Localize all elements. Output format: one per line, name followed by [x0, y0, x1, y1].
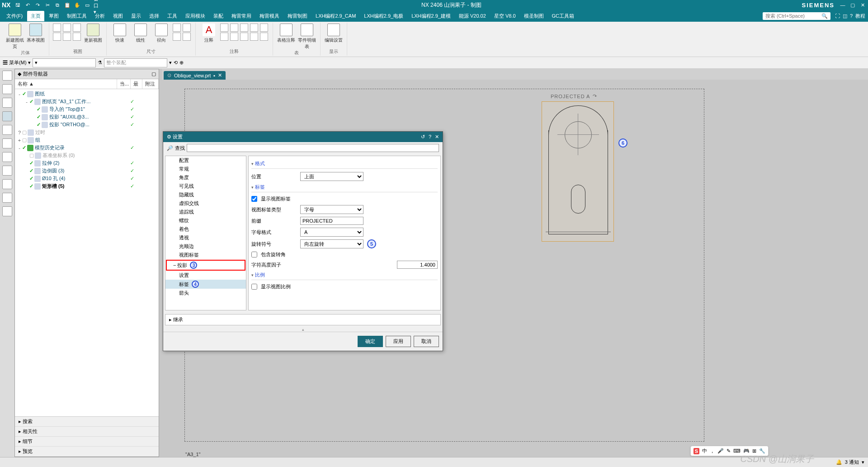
panel-details[interactable]: ▸ 细节 [15, 437, 159, 447]
view-icon[interactable] [63, 33, 71, 41]
maximize-icon[interactable]: ▢ [849, 1, 856, 9]
new-sheet-button[interactable]: 新建图纸页 [5, 24, 24, 50]
touch-icon[interactable]: ✋ [74, 1, 81, 9]
dialog-tree-item[interactable]: 常规 [165, 165, 246, 173]
redo-icon[interactable]: ↷ [34, 1, 41, 9]
include-angle-checkbox[interactable] [251, 252, 257, 257]
status-dropdown-icon[interactable]: ▾ [862, 459, 864, 465]
layers-icon[interactable]: ◫ [843, 13, 847, 19]
tree-row[interactable]: ▢基准坐标系 (0) [16, 152, 158, 159]
note-button[interactable]: A注释 [199, 24, 218, 43]
label-type-select[interactable]: 字母 [300, 205, 363, 214]
tree-row[interactable]: ✓投影 "ORTHO@...✓ [16, 121, 158, 129]
close-icon[interactable]: ✕ [859, 1, 866, 9]
notification-text[interactable]: 3 通知 [845, 459, 859, 466]
ann-icon[interactable] [240, 33, 248, 41]
dim-icon[interactable] [183, 24, 191, 32]
tree-row[interactable]: ✓拉伸 (2)✓ [16, 159, 158, 167]
view-icon[interactable] [63, 24, 71, 32]
tree-row[interactable]: -✓图纸 [16, 90, 158, 98]
prefix-input[interactable] [300, 217, 363, 225]
rail-browser-icon[interactable] [2, 152, 12, 162]
command-search[interactable]: 🔍 [763, 12, 830, 20]
rail-reuse-icon[interactable] [2, 125, 12, 135]
position-select[interactable]: 上面 [300, 172, 363, 181]
tree-row[interactable]: ?▢过时 [16, 129, 158, 136]
sel-icon[interactable]: ⟲ [174, 60, 178, 66]
menu-lxh-elec[interactable]: LXH编程2.9_电极 [360, 11, 407, 21]
cut-icon[interactable]: ✂ [44, 1, 51, 9]
view-icon[interactable] [73, 24, 81, 32]
ann-icon[interactable] [250, 33, 258, 41]
rotation-symbol-select[interactable]: 向左旋转 [300, 239, 363, 248]
copy-icon[interactable]: ⧉ [54, 1, 61, 9]
dialog-search-input[interactable] [187, 144, 439, 152]
parts-list-button[interactable]: 零件明细表 [297, 24, 316, 50]
undo-icon[interactable]: ↶ [24, 1, 31, 9]
dialog-tree-item[interactable]: 角度 [165, 173, 246, 182]
height-factor-input[interactable] [397, 261, 438, 269]
dialog-nav-tree[interactable]: 配置常规角度可见线隐藏线虚拟交线追踪线螺纹着色透视光顺边视图标签− 投影3设置标… [165, 156, 246, 310]
view-icon[interactable] [53, 24, 61, 32]
help-icon[interactable]: ? [850, 13, 853, 19]
menu-meilei-common[interactable]: 梅雷常用 [228, 11, 255, 21]
rail-tool-icon[interactable] [2, 193, 12, 203]
dialog-close-icon[interactable]: ✕ [435, 134, 439, 140]
menu-home[interactable]: 主页 [27, 11, 44, 21]
dialog-tree-item[interactable]: 隐藏线 [165, 191, 246, 199]
panel-dependency[interactable]: ▸ 相关性 [15, 427, 159, 437]
dialog-tree-item[interactable]: 标签4 [165, 280, 246, 289]
window-icon[interactable]: ▭ [84, 1, 91, 9]
panel-preview[interactable]: ▸ 预览 [15, 447, 159, 457]
section-scale[interactable]: 比例 [251, 270, 438, 280]
ime-mode[interactable]: 中 [702, 448, 707, 454]
menu-gc[interactable]: GC工具箱 [548, 11, 578, 21]
menu-meilei-mold[interactable]: 梅雷模具 [256, 11, 283, 21]
dialog-tree-item[interactable]: 着色 [165, 225, 246, 234]
rail-settings-icon[interactable] [2, 71, 12, 81]
navigator-close-icon[interactable]: ▢ [151, 71, 156, 77]
dim-icon[interactable] [173, 33, 181, 41]
dim-icon[interactable] [173, 24, 181, 32]
help-icon[interactable]: ? [429, 134, 431, 140]
cancel-button[interactable]: 取消 [414, 336, 439, 347]
dialog-tree-item[interactable]: 箭头 [165, 289, 246, 297]
dialog-tree-item[interactable]: 追踪线 [165, 208, 246, 216]
dialog-tree-item[interactable]: 视图标签 [165, 251, 246, 259]
projected-view[interactable] [542, 101, 614, 242]
menu-select[interactable]: 选择 [146, 11, 163, 21]
dialog-tree-item[interactable]: 设置 [165, 271, 246, 280]
window-dropdown[interactable]: 窗口▾ [94, 1, 101, 9]
save-icon[interactable]: 🖫 [14, 1, 21, 9]
ann-icon[interactable] [240, 24, 248, 32]
ok-button[interactable]: 确定 [358, 336, 383, 347]
filter-icon[interactable]: ⚗ [98, 60, 102, 66]
dialog-title-bar[interactable]: ⚙ 设置 ↺ ? ✕ [163, 132, 443, 142]
dim-icon[interactable] [183, 33, 191, 41]
navigator-tree[interactable]: -✓图纸-✓图纸页 "A3_1" (工作...✓✓导入的 "Top@1"✓✓投影… [15, 89, 159, 416]
type-filter[interactable]: ▾ [33, 58, 96, 67]
rail-constraint-icon[interactable] [2, 98, 12, 108]
tree-row[interactable]: ✓Ø10 孔 (4)✓ [16, 175, 158, 182]
tree-row[interactable]: ✓导入的 "Top@1"✓ [16, 105, 158, 113]
tree-row[interactable]: +▢组 [16, 136, 158, 144]
notification-icon[interactable]: 🔔 [836, 459, 842, 465]
base-view-button[interactable]: 基本视图 [26, 24, 45, 43]
tab-close-icon[interactable]: ✕ [218, 72, 222, 78]
table-note-button[interactable]: 表格注释 [277, 24, 296, 43]
update-view-button[interactable]: 更新视图 [84, 24, 103, 43]
menu-mosheng[interactable]: 模圣制图 [520, 11, 547, 21]
apply-button[interactable]: 应用 [386, 336, 411, 347]
menu-analysis[interactable]: 分析 [91, 11, 108, 21]
linear-dim-button[interactable]: 线性 [131, 24, 150, 43]
dialog-tree-item[interactable]: − 投影3 [166, 260, 245, 271]
dialog-tree-item[interactable]: 配置 [165, 156, 246, 165]
letter-format-select[interactable]: A [300, 228, 363, 237]
dialog-tree-item[interactable]: 虚拟交线 [165, 199, 246, 208]
ime-mic-icon[interactable]: 🎤 [717, 448, 724, 454]
ann-icon[interactable] [250, 24, 258, 32]
minimize-icon[interactable]: — [839, 1, 846, 9]
menu-assembly[interactable]: 装配 [210, 11, 227, 21]
show-scale-checkbox[interactable] [251, 284, 257, 290]
dialog-tree-item[interactable]: 透视 [165, 234, 246, 242]
